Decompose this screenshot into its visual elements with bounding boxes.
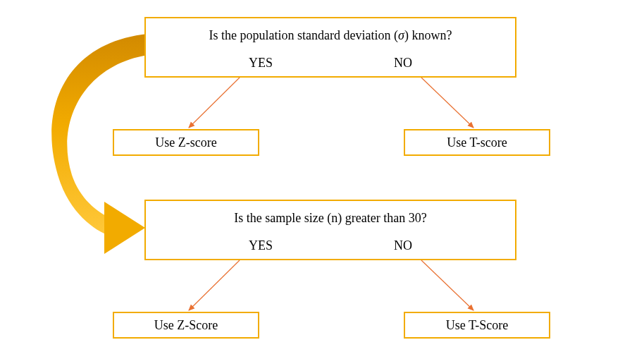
q1-title-suffix: ) known? <box>404 28 452 42</box>
q1-title-prefix: Is the population standard deviation ( <box>209 28 398 42</box>
question-box-samplesize: Is the sample size (n) greater than 30? … <box>144 200 516 260</box>
q1-no-label: NO <box>394 56 412 71</box>
q1-options-row: YES NO <box>146 56 515 71</box>
q2-no-label: NO <box>394 238 412 253</box>
sigma-symbol: σ <box>398 28 404 42</box>
question-n-title: Is the sample size (n) greater than 30? <box>146 211 515 226</box>
flowchart-canvas: Is the population standard deviation (σ)… <box>0 0 644 359</box>
svg-line-2 <box>189 260 240 310</box>
answer-box-zscore-2: Use Z-Score <box>113 312 259 339</box>
q2-yes-label: YES <box>249 238 273 253</box>
a2-yes-text: Use Z-Score <box>154 318 218 333</box>
q1-yes-label: YES <box>249 56 273 71</box>
question-box-sigma: Is the population standard deviation (σ)… <box>144 17 516 78</box>
a1-no-text: Use T-score <box>447 135 507 150</box>
svg-line-1 <box>421 78 473 128</box>
answer-box-tscore-2: Use T-Score <box>404 312 550 339</box>
a2-no-text: Use T-Score <box>446 318 509 333</box>
svg-line-3 <box>421 260 473 310</box>
answer-box-tscore-1: Use T-score <box>404 129 550 156</box>
a1-yes-text: Use Z-score <box>155 135 216 150</box>
answer-box-zscore-1: Use Z-score <box>113 129 259 156</box>
q2-options-row: YES NO <box>146 238 515 253</box>
svg-line-0 <box>189 78 240 128</box>
question-sigma-title: Is the population standard deviation (σ)… <box>146 28 515 43</box>
